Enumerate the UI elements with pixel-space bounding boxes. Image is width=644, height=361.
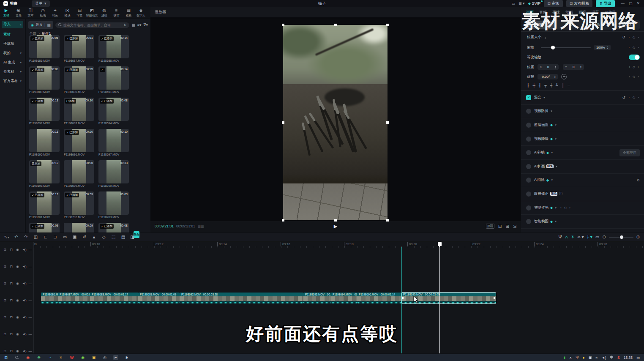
media-item[interactable]: 00:03 P1198703.MOV — [98, 191, 129, 219]
feature-checkbox[interactable] — [526, 205, 531, 211]
more-icon[interactable]: — — [28, 265, 32, 268]
minimize-button[interactable]: — — [621, 1, 625, 5]
sidebar-item[interactable]: 子草稿 — [2, 40, 23, 48]
filter-icon[interactable]: ∇▾ — [143, 23, 148, 27]
uniform-scale-toggle[interactable] — [629, 55, 640, 60]
chevron-down-icon[interactable]: ▼ — [554, 207, 557, 209]
chevron-down-icon[interactable]: ▼ — [550, 110, 553, 112]
taskbar-edge-browser[interactable]: ◔ — [47, 355, 52, 360]
align-top-icon[interactable]: ┯ — [544, 83, 546, 88]
keyframe-control[interactable]: ‹ ◇ › — [560, 206, 571, 210]
more-icon[interactable]: — — [28, 248, 32, 252]
lock-icon[interactable]: ⊓ — [9, 298, 13, 302]
resize-handle[interactable] — [282, 24, 284, 26]
lock-icon[interactable]: ⊓ — [9, 315, 13, 319]
position-size-header[interactable]: 位置大小 — [527, 35, 541, 40]
media-thumbnail[interactable]: ✓已添加 00:06 — [29, 35, 60, 58]
sidebar-item[interactable]: 素材 — [2, 31, 23, 38]
taskbar-media-app[interactable]: ✕ — [58, 355, 63, 360]
media-item[interactable]: 00:06 P1198699.MOV — [64, 160, 94, 187]
search-input[interactable] — [63, 23, 122, 27]
media-thumbnail[interactable]: 00:09 — [64, 223, 94, 232]
keyframe-control[interactable]: ‹ ◇ › — [629, 75, 640, 79]
feature-checkbox[interactable] — [526, 150, 531, 155]
taskbar-capcut[interactable]: ✂ — [113, 355, 118, 360]
eye-icon[interactable]: ◉ — [16, 298, 19, 302]
reset-icon[interactable]: ↺ — [636, 178, 640, 182]
more-icon[interactable]: — — [28, 349, 32, 353]
redo-button[interactable]: ↷▾ — [22, 234, 30, 241]
mic-icon[interactable]: Ψ — [576, 356, 579, 360]
chevron-down-icon[interactable]: ▼ — [554, 138, 557, 140]
lock-icon[interactable]: ⊓ — [9, 282, 13, 285]
media-item[interactable]: ✓已添加 00:20 P1198696.MOV — [64, 129, 94, 156]
keyframe-control[interactable]: ‹ ◇ › — [629, 65, 640, 69]
keyframe-control[interactable]: ‹ ◇ › — [629, 96, 640, 99]
taskbar-start[interactable]: ⊞ — [3, 355, 8, 360]
rotation-field[interactable]: 0.00°▲▼ — [538, 74, 558, 79]
reset-icon[interactable]: ↺ — [622, 35, 626, 39]
lock-icon[interactable]: ⊓ — [9, 265, 13, 268]
media-thumbnail[interactable]: 00:06 — [64, 160, 94, 183]
notification-icon[interactable]: ▭ — [636, 356, 640, 360]
taskbar-capture-app[interactable]: ◎ — [102, 355, 107, 360]
keyframe-control[interactable]: ‹ ◇ › — [629, 46, 640, 49]
keyframe-control[interactable]: ‹ ◇ › — [629, 36, 640, 39]
delete-left-button[interactable]: ⊏▾ — [41, 234, 49, 241]
reset-icon[interactable]: ↺ — [622, 96, 626, 100]
scale-value[interactable]: 100%▲▼ — [594, 45, 611, 50]
maximize-button[interactable]: ▢ — [629, 1, 633, 5]
ime-indicator[interactable]: 中 — [610, 355, 614, 360]
media-thumbnail[interactable]: ✓已添加 00:25 — [64, 66, 94, 90]
resize-handle[interactable] — [334, 219, 337, 222]
distribute-h-icon[interactable]: ║ — [562, 83, 564, 88]
media-thumbnail[interactable]: ✓已添加 00:09 — [29, 223, 60, 232]
ribbon-tab-captions[interactable]: ▤ 字幕 — [74, 8, 86, 18]
feature-checkbox[interactable] — [526, 219, 531, 224]
ribbon-tab-transition[interactable]: ⋈ 转场 — [61, 8, 74, 18]
distribute-v-icon[interactable]: ═ — [568, 83, 570, 88]
media-item[interactable]: ✓已添加 00:14 P1198688.MOV — [98, 35, 129, 62]
align-center-h-icon[interactable]: ┼ — [532, 83, 535, 88]
media-item[interactable]: ✓已添加 00:13 P1198692.MOV — [29, 98, 60, 125]
timeline-clip[interactable]: P1198693.MOV00: — [303, 293, 331, 304]
resize-handle[interactable] — [386, 219, 389, 222]
position-x-field[interactable]: X0▲▼ — [538, 64, 559, 70]
more-icon[interactable]: — — [28, 298, 32, 302]
ribbon-tab-media[interactable]: ▶ 素材 — [0, 8, 12, 18]
media-thumbnail[interactable]: ✓已添加 00:11 — [64, 35, 94, 58]
refresh-icon[interactable]: ↻ — [123, 23, 126, 27]
align-right-icon[interactable]: ┨ — [539, 83, 541, 88]
media-item[interactable]: 00:09 P1198705.MOV — [64, 223, 94, 232]
delete-button[interactable]: ▭▾ — [61, 234, 69, 241]
media-thumbnail[interactable]: ✓已添加 00:08 — [98, 223, 129, 232]
resize-handle[interactable] — [386, 24, 389, 26]
resize-handle[interactable] — [386, 121, 389, 124]
tray-chevron-icon[interactable]: ∧ — [569, 356, 572, 360]
media-item[interactable]: ✓ 00:14 P1198691.MOV — [98, 66, 129, 93]
select-tool-button[interactable]: ↖▾ — [3, 234, 11, 241]
fullscreen-icon[interactable]: ⇲ — [513, 224, 516, 229]
cover-button[interactable]: ▭ — [595, 235, 599, 239]
mirror-button[interactable]: ▲▾ — [90, 234, 98, 241]
ribbon-tab-smart-pack[interactable]: ◩ 智能包装 — [86, 8, 98, 18]
taskbar-color-wheel-app[interactable]: ◉ — [25, 355, 30, 360]
chevron-down-icon[interactable]: ▼ — [551, 179, 553, 181]
media-thumbnail[interactable]: 00:03 — [98, 191, 129, 215]
media-item[interactable]: ✓已添加 00:12 P1198701.MOV — [29, 191, 60, 219]
mute-icon[interactable]: ◄) — [22, 248, 26, 252]
more-icon[interactable]: — — [28, 315, 32, 319]
taskbar-settings[interactable]: ✱ — [124, 355, 129, 360]
taskbar-browser-360[interactable]: ◉ — [80, 355, 85, 360]
video-preview[interactable] — [283, 25, 387, 220]
media-item[interactable]: ✓已添加 00:09 P1198704.MOV — [29, 223, 60, 232]
taskbar-search[interactable] — [14, 355, 19, 360]
freeze-frame-button[interactable]: ▣▾ — [71, 234, 79, 241]
apply-all-button[interactable]: 全部应用 — [619, 149, 640, 156]
feature-checkbox[interactable] — [526, 109, 531, 114]
media-thumbnail[interactable]: 已添加 00:10 — [64, 98, 94, 121]
player-canvas[interactable] — [150, 18, 521, 221]
zoom-out-icon[interactable]: ⊖ — [602, 235, 606, 239]
media-thumbnail[interactable]: ✓已添加 00:20 — [64, 129, 94, 152]
align-bottom-icon[interactable]: ┻ — [556, 83, 558, 88]
